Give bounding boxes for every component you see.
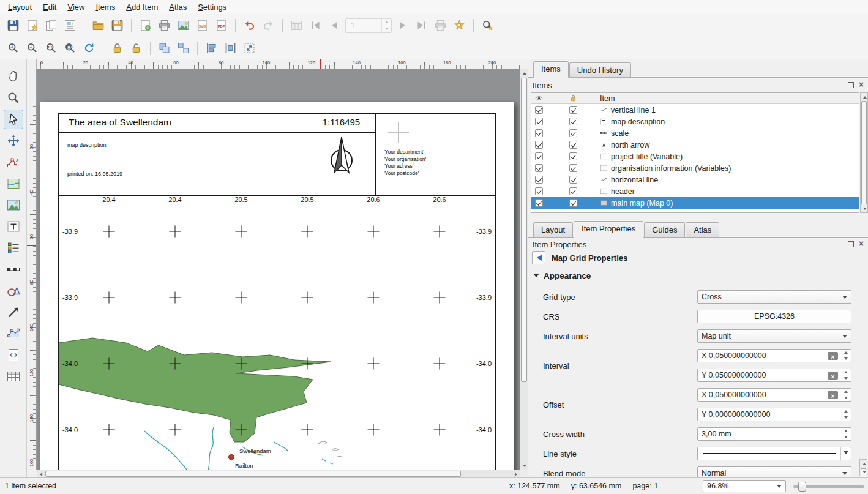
header-box-item[interactable]: The area of Swellendam 1:116495 map desc… [58, 113, 496, 196]
save-as-template-button[interactable] [109, 17, 125, 34]
layout-manager-button[interactable] [62, 17, 78, 34]
item-row-horizontal-line[interactable]: horizontal line [531, 174, 859, 185]
atlas-settings-button[interactable] [451, 17, 468, 34]
visibility-checkbox[interactable] [535, 118, 543, 125]
zoom-actual-button[interactable]: 1:1 [43, 40, 59, 56]
item-row-main-map-map-0[interactable]: main map (Map 0) [531, 197, 859, 209]
visibility-checkbox[interactable] [535, 164, 543, 172]
menu-add-item[interactable]: Add Item [121, 1, 163, 13]
visibility-checkbox[interactable] [535, 152, 543, 160]
line-style-dropdown[interactable] [840, 447, 851, 460]
close-panel-icon[interactable] [858, 241, 865, 248]
visibility-checkbox[interactable] [535, 141, 543, 149]
crs-button[interactable]: EPSG:4326 [697, 310, 851, 323]
lock-checkbox[interactable] [569, 152, 577, 160]
item-row-project-title-variable[interactable]: project title (Variable) [531, 151, 859, 162]
lock-checkbox[interactable] [569, 199, 577, 207]
unlock-all-items-button[interactable] [128, 40, 144, 56]
close-panel-icon[interactable] [858, 81, 865, 89]
float-panel-icon[interactable] [848, 82, 854, 88]
scroll-up-icon[interactable] [861, 93, 868, 101]
lock-checkbox[interactable] [569, 129, 577, 137]
align-selected-items-button[interactable] [203, 40, 220, 56]
save-project-button[interactable] [5, 17, 21, 34]
add-attribute-table-tool[interactable] [4, 367, 23, 386]
add-arrow-tool[interactable] [4, 302, 23, 322]
offset-x-input[interactable]: X 0,050000000000 [697, 388, 851, 402]
scroll-down-icon[interactable] [861, 204, 868, 212]
clear-value-icon[interactable] [828, 372, 838, 380]
add-node-item-tool[interactable] [4, 324, 23, 343]
edit-nodes-item-tool[interactable] [4, 152, 23, 172]
load-from-template-button[interactable] [90, 17, 107, 34]
tab-item-properties[interactable]: Item Properties [574, 221, 643, 238]
add-label-tool[interactable] [4, 217, 23, 236]
visibility-checkbox[interactable] [535, 199, 543, 207]
zoom-tool[interactable] [4, 88, 23, 108]
add-pages-button[interactable] [137, 17, 154, 34]
visibility-checkbox[interactable] [535, 106, 543, 114]
lock-checkbox[interactable] [569, 141, 577, 149]
add-html-tool[interactable] [4, 345, 23, 365]
lock-checkbox[interactable] [569, 187, 577, 195]
spinner-buttons[interactable] [840, 389, 851, 401]
item-row-map-description[interactable]: map description [531, 116, 859, 127]
tab-atlas[interactable]: Atlas [686, 222, 719, 237]
add-legend-tool[interactable] [4, 238, 23, 258]
add-scalebar-tool[interactable] [4, 260, 23, 279]
menu-edit[interactable]: Edit [37, 1, 62, 13]
zoom-slider-handle[interactable] [798, 482, 806, 492]
zoom-in-button[interactable] [5, 40, 21, 56]
scroll-down-icon[interactable] [860, 468, 868, 476]
float-panel-icon[interactable] [848, 241, 854, 247]
duplicate-layout-button[interactable] [43, 17, 59, 34]
main-map-item[interactable]: Swellendam Railton 20.420.420.520.520.62… [58, 195, 496, 470]
item-row-vertical-line-1[interactable]: vertical line 1 [531, 104, 859, 116]
spinner-buttons[interactable] [840, 350, 851, 362]
menu-atlas[interactable]: Atlas [163, 1, 192, 13]
item-row-header[interactable]: header [531, 185, 859, 197]
grid-type-select[interactable]: Cross [697, 290, 851, 304]
scrollbar-thumb[interactable] [861, 101, 867, 204]
add-picture-tool[interactable] [4, 195, 23, 215]
lock-checkbox[interactable] [569, 164, 577, 172]
canvas-horizontal-scrollbar[interactable] [37, 470, 520, 477]
items-tree-scrollbar[interactable] [860, 92, 868, 213]
group-items-button[interactable] [156, 40, 173, 56]
interval-units-select[interactable]: Map unit [697, 329, 851, 343]
visibility-checkbox[interactable] [535, 176, 543, 184]
interval-y-input[interactable]: Y 0,050000000000 [697, 369, 851, 382]
back-button[interactable] [532, 251, 545, 264]
new-layout-button[interactable] [24, 17, 40, 34]
move-item-content-tool[interactable] [4, 131, 23, 151]
lock-checkbox[interactable] [569, 118, 577, 125]
undo-button[interactable] [241, 17, 258, 34]
export-as-svg-button[interactable]: SVG [194, 17, 211, 34]
ungroup-items-button[interactable] [175, 40, 192, 56]
properties-scrollbar[interactable] [859, 459, 867, 476]
appearance-section-header[interactable]: Appearance [533, 271, 591, 280]
spinner-buttons[interactable] [840, 408, 851, 421]
zoom-full-button[interactable] [62, 40, 78, 56]
layout-viewport[interactable]: The area of Swellendam 1:116495 map desc… [37, 69, 520, 470]
zoom-slider[interactable] [793, 485, 864, 488]
scrollbar-thumb[interactable] [45, 471, 461, 477]
canvas-vertical-scrollbar[interactable] [520, 69, 528, 470]
tab-guides[interactable]: Guides [644, 222, 685, 237]
distribute-selected-items-button[interactable] [222, 40, 239, 56]
menu-items[interactable]: Items [90, 1, 121, 13]
print-layout-button[interactable] [156, 17, 173, 34]
menu-settings[interactable]: Settings [192, 1, 232, 13]
lock-selected-items-button[interactable] [109, 40, 125, 56]
pan-layout-tool[interactable] [4, 67, 23, 86]
scroll-up-icon[interactable] [860, 460, 868, 468]
visibility-checkbox[interactable] [535, 129, 543, 137]
scrollbar-thumb[interactable] [521, 78, 527, 382]
north-arrow-image[interactable] [323, 132, 360, 184]
zoom-level-combo[interactable]: 96.8% [703, 480, 786, 492]
add-shape-tool[interactable] [4, 281, 23, 301]
refresh-view-button[interactable] [81, 40, 97, 56]
menu-layout[interactable]: Layout [2, 1, 37, 13]
line-style-button[interactable] [697, 447, 851, 460]
cross-width-input[interactable]: 3,00 mm [697, 427, 851, 441]
